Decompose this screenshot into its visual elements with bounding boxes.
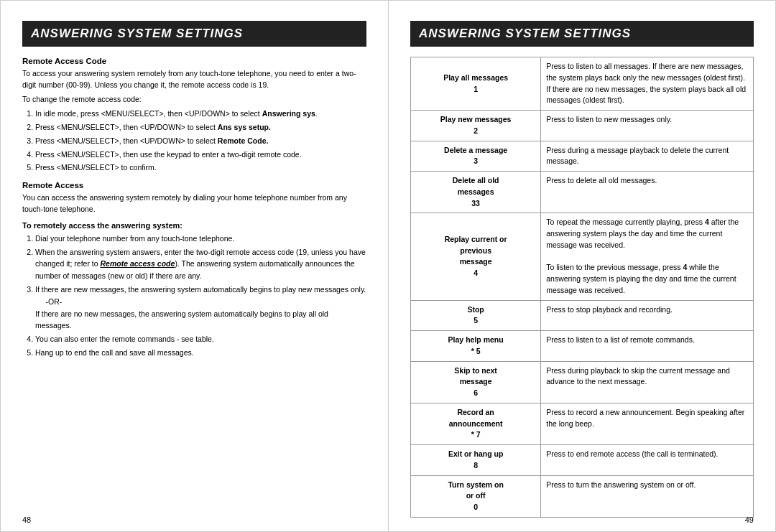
ra-step-2: When the answering system answers, enter… — [35, 246, 366, 282]
key-skip-next: Skip to nextmessage6 — [411, 361, 541, 403]
settings-table-body: Play all messages1 Press to listen to al… — [411, 57, 754, 518]
settings-table: Play all messages1 Press to listen to al… — [410, 57, 754, 518]
desc-stop: Press to stop playback and recording. — [541, 300, 754, 331]
desc-record-announce: Press to record a new announcement. Begi… — [541, 403, 754, 444]
desc-replay: To repeat the message currently playing,… — [541, 213, 754, 300]
remote-access-subheading: To remotely access the answering system: — [22, 221, 366, 230]
table-row: Play all messages1 Press to listen to al… — [411, 57, 754, 111]
right-page-number: 49 — [745, 515, 754, 524]
step-1-bold: Answering sys — [262, 109, 315, 118]
left-page-number: 48 — [22, 515, 31, 524]
key-play-new: Play new messages2 — [411, 111, 541, 141]
key-stop: Stop5 — [411, 300, 541, 331]
key-record-announce: Record anannouncement* 7 — [411, 403, 541, 444]
remote-access-code-heading: Remote Access Code — [22, 57, 366, 65]
ra-step-4: You can also enter the remote commands -… — [35, 333, 366, 345]
remote-access-steps: Dial your telephone number from any touc… — [22, 233, 366, 359]
key-replay: Replay current orpreviousmessage4 — [411, 213, 541, 300]
remote-access-code-para2: To change the remote access code: — [22, 94, 366, 106]
desc-play-all: Press to listen to all messages. If ther… — [541, 57, 754, 111]
remote-access-code-steps: In idle mode, press <MENU/SELECT>, then … — [22, 108, 366, 174]
step-2: Press <MENU/SELECT>, then <UP/DOWN> to s… — [35, 121, 366, 134]
ra-step-5: Hang up to end the call and save all mes… — [35, 347, 366, 359]
right-page-title: ANSWERING SYSTEM SETTINGS — [410, 21, 754, 47]
left-page-title: ANSWERING SYSTEM SETTINGS — [22, 21, 366, 47]
remote-access-section: Remote Access You can access the answeri… — [22, 181, 366, 358]
table-row: Skip to nextmessage6 Press during playba… — [411, 361, 754, 403]
step-3: Press <MENU/SELECT>, then <UP/DOWN> to s… — [35, 135, 366, 147]
ra-step-3: If there are new messages, the answering… — [35, 284, 366, 332]
remote-access-code-para1: To access your answering system remotely… — [22, 68, 366, 91]
remote-access-code-ref: Remote access code — [100, 259, 175, 268]
ra-step-1: Dial your telephone number from any touc… — [35, 233, 366, 245]
remote-access-heading: Remote Access — [22, 181, 366, 190]
step-4: Press <MENU/SELECT>, then use the keypad… — [35, 149, 366, 161]
table-row: Delete all oldmessages33 Press to delete… — [411, 172, 754, 213]
desc-turn-system: Press to turn the answering system on or… — [541, 475, 754, 517]
remote-access-para1: You can access the answering system remo… — [22, 192, 366, 215]
desc-help-menu: Press to listen to a list of remote comm… — [541, 331, 754, 362]
key-help-menu: Play help menu* 5 — [411, 331, 541, 362]
desc-delete-all: Press to delete all old messages. — [541, 172, 754, 213]
desc-exit: Press to end remote access (the call is … — [541, 445, 754, 476]
step-3-bold: Remote Code. — [218, 136, 269, 145]
step-5: Press <MENU/SELECT> to confirm. — [35, 162, 366, 174]
step-2-bold: Ans sys setup. — [218, 123, 271, 131]
desc-delete-msg: Press during a message playback to delet… — [541, 141, 754, 172]
key-exit: Exit or hang up8 — [411, 445, 541, 476]
key-delete-msg: Delete a message3 — [411, 141, 541, 172]
step-1: In idle mode, press <MENU/SELECT>, then … — [35, 108, 366, 120]
table-row: Turn system onor off0 Press to turn the … — [411, 475, 754, 517]
key-delete-all: Delete all oldmessages33 — [411, 172, 541, 213]
table-row: Delete a message3 Press during a message… — [411, 141, 754, 172]
desc-play-new: Press to listen to new messages only. — [541, 111, 754, 141]
table-row: Play new messages2 Press to listen to ne… — [411, 111, 754, 141]
right-page: ANSWERING SYSTEM SETTINGS Play all messa… — [388, 0, 776, 532]
key-play-all: Play all messages1 — [411, 57, 541, 111]
desc-skip-next: Press during playback to skip the curren… — [541, 361, 754, 403]
table-row: Stop5 Press to stop playback and recordi… — [411, 300, 754, 331]
table-row: Play help menu* 5 Press to listen to a l… — [411, 331, 754, 362]
key-turn-system: Turn system onor off0 — [411, 475, 541, 517]
left-page: ANSWERING SYSTEM SETTINGS Remote Access … — [0, 0, 388, 532]
table-row: Record anannouncement* 7 Press to record… — [411, 403, 754, 444]
table-row: Replay current orpreviousmessage4 To rep… — [411, 213, 754, 300]
table-row: Exit or hang up8 Press to end remote acc… — [411, 445, 754, 476]
page: ANSWERING SYSTEM SETTINGS Remote Access … — [0, 0, 776, 532]
remote-access-code-section: Remote Access Code To access your answer… — [22, 57, 366, 174]
